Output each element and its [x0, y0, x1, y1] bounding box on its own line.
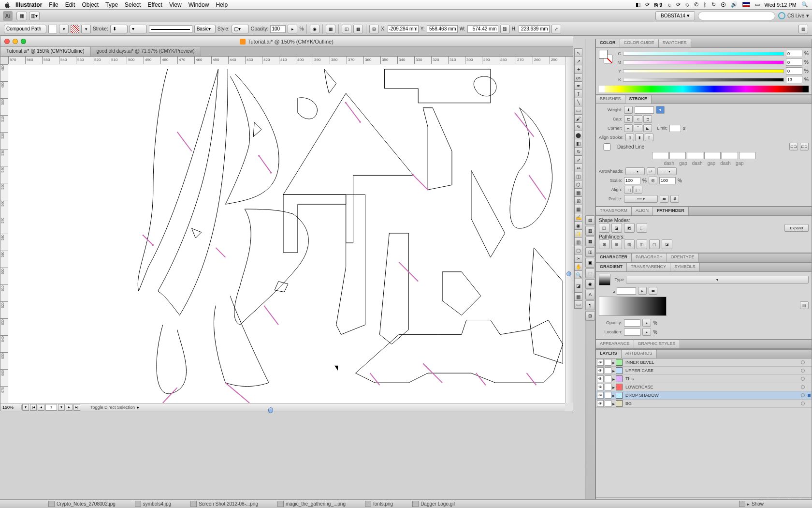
- lock-toggle[interactable]: [605, 375, 611, 382]
- workspace-switcher[interactable]: BOBSTA14 ▾: [655, 11, 695, 20]
- panel-icon[interactable]: ▦: [585, 237, 595, 246]
- artboard-next[interactable]: ▸: [66, 404, 72, 411]
- panel-icon[interactable]: ▤: [585, 215, 595, 225]
- align-button[interactable]: ▦: [326, 25, 335, 33]
- gap-input[interactable]: [739, 152, 755, 159]
- gradient-type-dropdown[interactable]: ▾: [626, 276, 809, 284]
- tab-opentype[interactable]: OPENTYPE: [667, 254, 699, 262]
- tool-slice[interactable]: ✂: [574, 254, 582, 262]
- recolor-button[interactable]: ◉: [310, 25, 319, 33]
- layer-row[interactable]: 👁▸UPPER CASE: [596, 367, 812, 375]
- tool-scale[interactable]: ⤢: [574, 155, 582, 164]
- lock-toggle[interactable]: [605, 384, 611, 390]
- menubar-clock[interactable]: Wed 9:12 PM: [765, 2, 797, 8]
- minimize-button[interactable]: [13, 39, 18, 44]
- corner-miter[interactable]: ⌐: [624, 124, 633, 132]
- disclosure-icon[interactable]: ▸: [612, 368, 615, 374]
- w-input[interactable]: [467, 25, 498, 33]
- tool-color-mode[interactable]: ▦: [574, 292, 582, 300]
- layer-row[interactable]: 👁▸INNER BEVEL: [596, 359, 812, 367]
- tool-eraser[interactable]: ◧: [574, 139, 582, 147]
- target-icon[interactable]: [801, 360, 805, 364]
- dock-item[interactable]: Dagger Logo.gif: [412, 501, 455, 507]
- cap-round[interactable]: ⊂: [634, 115, 642, 123]
- opacity-input[interactable]: [270, 25, 286, 33]
- tool-graph[interactable]: ▥: [574, 238, 582, 246]
- vertical-scrollbar[interactable]: [565, 57, 573, 403]
- constrain-proportions-icon[interactable]: ⛓: [500, 25, 510, 33]
- battery-icon[interactable]: ▭: [755, 1, 760, 8]
- isolate-button[interactable]: ◫: [342, 25, 351, 33]
- volume-icon[interactable]: 🔊: [731, 1, 738, 8]
- opacity-dropdown[interactable]: ▸: [288, 25, 297, 33]
- tab-layers[interactable]: LAYERS: [596, 350, 622, 358]
- close-button[interactable]: [4, 39, 10, 44]
- x-input[interactable]: [388, 25, 419, 33]
- profile-flip-h[interactable]: ⇋: [660, 195, 668, 203]
- layer-name[interactable]: DROP SHADOW: [625, 393, 800, 398]
- lock-toggle[interactable]: [605, 392, 611, 399]
- panel-icon[interactable]: ◫: [585, 247, 595, 257]
- target-icon[interactable]: [801, 402, 805, 405]
- spotlight-icon[interactable]: 🔍: [801, 1, 808, 8]
- status-text[interactable]: Toggle Direct Selection: [90, 405, 135, 410]
- weight-input[interactable]: [635, 106, 654, 114]
- reference-point[interactable]: ⊞: [369, 25, 379, 33]
- tab-color[interactable]: COLOR: [596, 39, 620, 47]
- tool-paintbrush[interactable]: 🖌: [574, 114, 582, 122]
- tool-magic-wand[interactable]: ✦: [574, 65, 582, 73]
- align-inside[interactable]: ▮: [635, 134, 644, 141]
- tool-width[interactable]: ⇔: [574, 164, 582, 172]
- tool-symbol-sprayer[interactable]: ✨: [574, 229, 582, 238]
- canvas[interactable]: [8, 64, 565, 403]
- dock-show[interactable]: ▸ Show: [739, 501, 764, 507]
- dock-item[interactable]: symbols4.jpg: [135, 501, 171, 507]
- horizontal-ruler[interactable]: 5705605505405305205105004904804704604504…: [8, 57, 565, 64]
- pathfinder-unite[interactable]: ◫: [599, 223, 609, 233]
- pathfinder-merge[interactable]: ▥: [624, 239, 635, 249]
- disclosure-icon[interactable]: ▸: [612, 385, 615, 390]
- target-icon[interactable]: [801, 385, 805, 389]
- layer-name[interactable]: LOWERCASE: [625, 385, 800, 389]
- expand-button[interactable]: Expand: [784, 224, 809, 232]
- y-input[interactable]: [786, 67, 802, 75]
- cap-butt[interactable]: ⊏: [624, 115, 633, 123]
- document-tab[interactable]: Tutorial.ai* @ 150% (CMYK/Outline): [0, 47, 91, 56]
- panel-icon[interactable]: ◉: [585, 279, 595, 289]
- y-input[interactable]: [427, 25, 458, 33]
- panel-icon[interactable]: ▥: [585, 226, 595, 236]
- pathfinder-minus-front[interactable]: ◪: [611, 223, 622, 233]
- fill-stroke-swatch[interactable]: [599, 50, 612, 63]
- scrollbar-thumb[interactable]: [268, 407, 273, 413]
- lock-toggle[interactable]: [605, 400, 611, 407]
- artboard-prev[interactable]: ◂: [38, 404, 44, 411]
- panel-icon[interactable]: ¶: [585, 300, 595, 310]
- artboard-last[interactable]: ▸|: [73, 404, 80, 411]
- tool-line[interactable]: ╲: [574, 98, 582, 106]
- menu-edit[interactable]: Edit: [65, 1, 75, 8]
- bluetooth-icon[interactable]: ᛒ: [703, 2, 707, 8]
- selection-type-dropdown[interactable]: Compound Path: [4, 25, 46, 33]
- arrow-swap[interactable]: ⇄: [647, 167, 655, 175]
- dock-item[interactable]: fonts.png: [365, 501, 393, 507]
- tool-rectangle[interactable]: ▭: [574, 106, 582, 114]
- angle-dropdown[interactable]: ▸: [638, 287, 647, 295]
- style-dropdown[interactable]: ▢▾: [232, 25, 249, 33]
- layer-row[interactable]: 👁▸LOWERCASE: [596, 383, 812, 391]
- dash-input[interactable]: [687, 152, 703, 159]
- timemachine-icon[interactable]: ↻: [711, 1, 716, 8]
- tool-direct-selection[interactable]: ↗: [574, 57, 582, 65]
- target-icon[interactable]: [801, 377, 805, 381]
- arrow-align-b[interactable]: |→: [634, 186, 642, 194]
- tool-shape-builder[interactable]: ⬡: [574, 180, 582, 188]
- apple-logo-icon[interactable]: [4, 1, 11, 8]
- corner-round[interactable]: ⌒: [634, 124, 642, 132]
- flag-icon[interactable]: [742, 2, 750, 7]
- target-icon[interactable]: [801, 393, 805, 397]
- bridge-button[interactable]: ▦: [16, 12, 27, 20]
- transform-button[interactable]: ⤢: [551, 25, 561, 33]
- document-tab[interactable]: good old days.ai* @ 71.97% (CMYK/Preview…: [91, 47, 201, 56]
- gradient-swatch[interactable]: [599, 274, 610, 285]
- panel-icon[interactable]: ⬚: [585, 269, 595, 278]
- c-input[interactable]: [786, 50, 802, 57]
